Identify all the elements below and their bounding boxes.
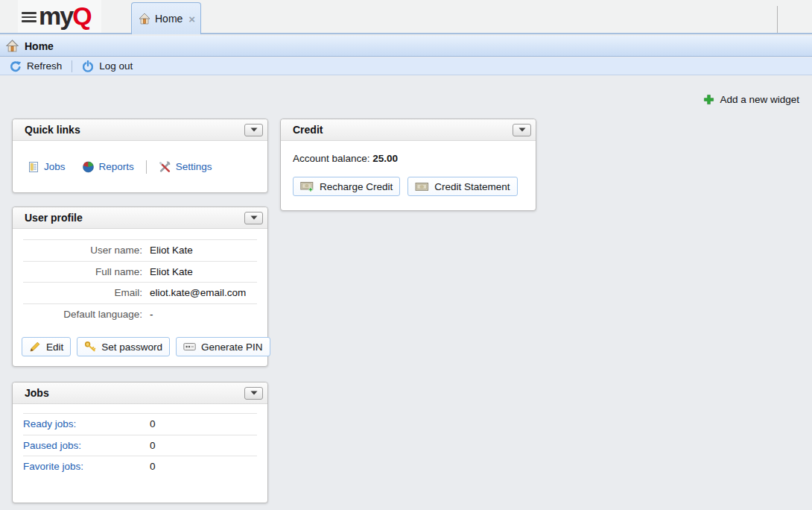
- widget-user-profile: User profile User name: Eliot Kate Full …: [12, 207, 268, 367]
- generate-pin-button[interactable]: Generate PIN: [176, 337, 270, 356]
- myq-app: myQ Home × Home: [0, 0, 812, 510]
- recharge-credit-button[interactable]: Recharge Credit: [293, 177, 400, 196]
- widget-quick-links-header: Quick links: [13, 119, 267, 141]
- tools-icon: [159, 160, 171, 173]
- power-icon: [82, 60, 94, 72]
- widget-title: Quick links: [25, 124, 244, 136]
- tab-close-icon[interactable]: ×: [188, 13, 195, 25]
- row-value: -: [150, 309, 153, 320]
- toolbar: Refresh Log out: [0, 57, 812, 75]
- widget-quick-links: Quick links Jobs: [12, 119, 268, 193]
- credit-buttons: Recharge Credit Credit Statement: [293, 177, 524, 196]
- widget-jobs-header: Jobs: [13, 382, 267, 404]
- quick-link-jobs[interactable]: Jobs: [28, 161, 66, 173]
- quick-link-settings[interactable]: Settings: [159, 160, 212, 173]
- page-heading-bar: Home: [0, 36, 812, 57]
- pie-chart-icon: [82, 160, 95, 173]
- set-password-button[interactable]: Set password: [77, 337, 170, 356]
- profile-row-email: Email: eliot.kate@email.com: [23, 282, 257, 303]
- ready-jobs-link[interactable]: Ready jobs:: [23, 418, 142, 429]
- add-widget-label: Add a new widget: [720, 94, 799, 105]
- tabstrip-divider: [777, 6, 778, 33]
- quick-link-label: Jobs: [44, 161, 66, 172]
- logout-button[interactable]: Log out: [79, 60, 136, 72]
- logo-text-q: Q: [72, 1, 90, 30]
- toolbar-divider: [72, 60, 72, 72]
- jobs-row-paused: Paused jobs: 0: [23, 435, 257, 456]
- widget-title: Credit: [293, 124, 513, 136]
- row-value: Eliot Kate: [150, 245, 193, 256]
- quick-link-label: Reports: [99, 161, 134, 172]
- tab-home-label: Home: [155, 13, 183, 25]
- quick-links-divider: [146, 160, 147, 174]
- credit-statement-button[interactable]: Credit Statement: [407, 177, 517, 196]
- refresh-icon: [10, 60, 22, 72]
- row-label: User name:: [23, 245, 142, 256]
- account-balance: Account balance: 25.00: [293, 153, 524, 164]
- favorite-jobs-link[interactable]: Favorite jobs:: [23, 461, 142, 472]
- recharge-credit-label: Recharge Credit: [320, 181, 393, 192]
- row-value: 0: [150, 440, 156, 451]
- add-widget-button[interactable]: Add a new widget: [703, 94, 799, 105]
- key-icon: [84, 341, 96, 353]
- page-title: Home: [25, 40, 54, 52]
- pencil-icon: [29, 341, 41, 353]
- logo-text-my: my: [39, 1, 72, 30]
- paused-jobs-link[interactable]: Paused jobs:: [23, 440, 142, 451]
- credit-body: Account balance: 25.00 Recharge Credit: [281, 141, 536, 196]
- widget-jobs: Jobs Ready jobs: 0 Paused jobs: 0 Favori…: [12, 382, 268, 503]
- myq-logo[interactable]: myQ: [39, 1, 91, 31]
- home-icon: [6, 40, 19, 52]
- refresh-button[interactable]: Refresh: [7, 60, 65, 72]
- row-value: Eliot Kate: [150, 266, 193, 277]
- set-password-label: Set password: [101, 341, 162, 353]
- widget-credit: Credit Account balance: 25.00: [280, 119, 536, 211]
- document-icon: [28, 161, 39, 173]
- jobs-body: Ready jobs: 0 Paused jobs: 0 Favorite jo…: [13, 404, 267, 477]
- hamburger-menu-icon[interactable]: [22, 12, 37, 22]
- collapse-button[interactable]: [513, 124, 531, 136]
- widget-credit-header: Credit: [281, 119, 536, 141]
- widget-user-profile-header: User profile: [13, 207, 267, 229]
- quick-links-body: Jobs Reports: [13, 141, 267, 192]
- tab-home[interactable]: Home ×: [131, 2, 201, 34]
- edit-label: Edit: [46, 341, 63, 353]
- pin-pad-icon: [183, 342, 196, 351]
- quick-link-reports[interactable]: Reports: [82, 160, 134, 173]
- collapse-button[interactable]: [244, 124, 263, 136]
- banknote-icon: [415, 182, 429, 192]
- jobs-row-ready: Ready jobs: 0: [23, 413, 257, 435]
- jobs-row-favorite: Favorite jobs: 0: [23, 456, 257, 477]
- row-label: Default language:: [23, 309, 142, 320]
- row-label: Email:: [23, 287, 142, 298]
- banknote-plus-icon: [300, 181, 314, 192]
- row-value: 0: [150, 418, 156, 429]
- profile-row-user-name: User name: Eliot Kate: [23, 239, 257, 261]
- collapse-button[interactable]: [244, 212, 263, 224]
- widget-title: User profile: [25, 212, 244, 224]
- top-bar: myQ Home ×: [0, 0, 812, 34]
- row-value: 0: [150, 461, 156, 472]
- credit-statement-label: Credit Statement: [434, 181, 510, 192]
- row-value: eliot.kate@email.com: [150, 287, 246, 298]
- plus-icon: [703, 94, 714, 105]
- home-icon: [139, 13, 150, 25]
- edit-button[interactable]: Edit: [22, 337, 71, 356]
- logout-label: Log out: [99, 60, 133, 72]
- user-profile-buttons: Edit Set password: [22, 337, 267, 356]
- account-balance-label: Account balance:: [293, 153, 370, 164]
- generate-pin-label: Generate PIN: [201, 341, 263, 353]
- refresh-label: Refresh: [27, 60, 62, 72]
- quick-link-label: Settings: [176, 161, 212, 172]
- user-profile-body: User name: Eliot Kate Full name: Eliot K…: [13, 229, 267, 356]
- widget-title: Jobs: [25, 387, 244, 399]
- profile-row-full-name: Full name: Eliot Kate: [23, 261, 257, 283]
- row-label: Full name:: [23, 266, 142, 277]
- account-balance-value: 25.00: [372, 153, 398, 164]
- collapse-button[interactable]: [244, 387, 263, 400]
- profile-row-default-language: Default language: -: [23, 303, 257, 325]
